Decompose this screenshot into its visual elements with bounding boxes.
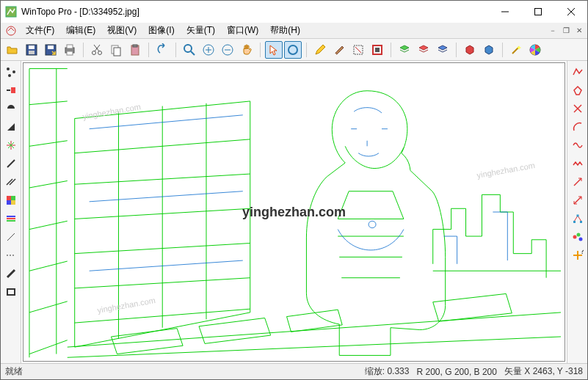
thick-line-button[interactable] bbox=[3, 266, 19, 282]
save-as-button[interactable] bbox=[42, 41, 59, 59]
toolbar-separator bbox=[502, 43, 503, 57]
svg-line-57 bbox=[7, 270, 15, 277]
svg-line-23 bbox=[191, 51, 195, 55]
canvas-drawing bbox=[23, 63, 565, 361]
cross-red-button[interactable] bbox=[570, 101, 586, 117]
palette-button[interactable] bbox=[3, 192, 19, 208]
half-circle-button[interactable] bbox=[3, 101, 19, 117]
copy-button[interactable] bbox=[107, 41, 125, 59]
arrow-cursor-button[interactable] bbox=[265, 41, 283, 59]
double-slash-button[interactable] bbox=[3, 174, 19, 190]
titlebar: WinTopo Pro - [D:\334952.jpg] bbox=[1, 1, 587, 23]
magic-wand-button[interactable] bbox=[507, 41, 525, 59]
svg-point-68 bbox=[576, 233, 580, 237]
zoom-out-button[interactable] bbox=[219, 41, 236, 59]
mdi-close-button[interactable]: ✕ bbox=[573, 25, 585, 37]
close-button[interactable] bbox=[554, 1, 587, 23]
svg-rect-2 bbox=[534, 9, 541, 15]
svg-rect-49 bbox=[11, 196, 15, 200]
circle-select-button[interactable] bbox=[284, 41, 302, 59]
pan-button[interactable] bbox=[238, 41, 255, 59]
status-vector: 矢量 X 2463, Y -318 bbox=[504, 365, 583, 378]
arrow-both-red-button[interactable] bbox=[570, 192, 586, 208]
pencil-button[interactable] bbox=[311, 41, 329, 59]
cube-red-button[interactable] bbox=[461, 41, 479, 59]
menu-edit[interactable]: 编辑(E) bbox=[60, 23, 101, 38]
zoom-in-button[interactable] bbox=[200, 41, 217, 59]
menu-help[interactable]: 帮助(H) bbox=[264, 23, 306, 38]
polyline-red-button[interactable] bbox=[570, 64, 586, 80]
maximize-button[interactable] bbox=[521, 1, 554, 23]
svg-point-59 bbox=[369, 221, 376, 227]
point-tool-button[interactable] bbox=[3, 64, 19, 80]
add-tool-button[interactable]: ? bbox=[570, 247, 586, 263]
spark-button[interactable] bbox=[3, 137, 19, 153]
undo-button[interactable] bbox=[153, 41, 171, 59]
svg-line-31 bbox=[355, 47, 361, 53]
doc-icon bbox=[5, 25, 17, 37]
toolbar-separator bbox=[175, 43, 176, 57]
arrow-up-red-button[interactable] bbox=[570, 174, 586, 190]
svg-rect-12 bbox=[67, 45, 73, 48]
zoom-button[interactable] bbox=[181, 41, 198, 59]
brush-button[interactable] bbox=[330, 41, 348, 59]
paste-button[interactable] bbox=[126, 41, 144, 59]
svg-point-14 bbox=[92, 51, 96, 54]
edge-red-button[interactable] bbox=[3, 82, 19, 98]
svg-rect-48 bbox=[7, 196, 11, 200]
layer-green-button[interactable] bbox=[396, 41, 413, 59]
erase-rect-button[interactable] bbox=[349, 41, 367, 59]
svg-point-37 bbox=[12, 70, 15, 73]
svg-point-67 bbox=[573, 235, 576, 239]
svg-rect-10 bbox=[48, 45, 54, 49]
canvas-viewport[interactable]: yinghezhan.com yinghezhan.com yinghezhan… bbox=[23, 62, 565, 362]
slash-button[interactable] bbox=[3, 156, 19, 172]
svg-rect-50 bbox=[7, 200, 11, 205]
layer-red-button[interactable] bbox=[415, 41, 432, 59]
wave-red-button[interactable] bbox=[570, 137, 586, 153]
menu-file[interactable]: 文件(F) bbox=[20, 23, 60, 38]
dotted-line-button[interactable] bbox=[3, 247, 19, 263]
shape-red-button[interactable] bbox=[570, 82, 586, 98]
color-wheel-button[interactable] bbox=[526, 41, 544, 59]
cube-blue-button[interactable] bbox=[480, 41, 498, 59]
svg-line-63 bbox=[574, 197, 581, 204]
menu-vector[interactable]: 矢量(T) bbox=[181, 23, 221, 38]
rect-outline-button[interactable] bbox=[3, 284, 19, 300]
rainbow-line-button[interactable] bbox=[3, 211, 19, 227]
open-button[interactable] bbox=[4, 41, 21, 59]
svg-rect-66 bbox=[576, 215, 578, 217]
print-button[interactable] bbox=[61, 41, 79, 59]
menu-window[interactable]: 窗口(W) bbox=[221, 23, 264, 38]
save-button[interactable] bbox=[23, 41, 40, 59]
status-rgb: R 200, G 200, B 200 bbox=[416, 367, 497, 377]
cut-button[interactable] bbox=[88, 41, 106, 59]
zigzag-red-button[interactable] bbox=[570, 156, 586, 172]
svg-line-55 bbox=[7, 233, 15, 241]
crop-button[interactable] bbox=[369, 41, 386, 59]
color-nodes-button[interactable] bbox=[570, 229, 586, 245]
layer-blue-button[interactable] bbox=[434, 41, 451, 59]
node-edit-button[interactable] bbox=[570, 211, 586, 227]
work-area: yinghezhan.com yinghezhan.com yinghezhan… bbox=[1, 61, 587, 363]
toolbar-separator bbox=[391, 43, 391, 57]
window-title: WinTopo Pro - [D:\334952.jpg] bbox=[21, 7, 488, 17]
menubar: 文件(F) 编辑(E) 视图(V) 图像(I) 矢量(T) 窗口(W) 帮助(H… bbox=[1, 23, 587, 39]
statusbar: 就绪 缩放: 0.333 R 200, G 200, B 200 矢量 X 24… bbox=[1, 363, 587, 379]
menu-image[interactable]: 图像(I) bbox=[142, 23, 180, 38]
menu-view[interactable]: 视图(V) bbox=[101, 23, 142, 38]
svg-point-69 bbox=[578, 238, 582, 241]
status-zoom: 缩放: 0.333 bbox=[365, 365, 410, 378]
svg-rect-58 bbox=[7, 289, 15, 295]
svg-line-46 bbox=[7, 179, 12, 185]
mdi-minimize-button[interactable]: － bbox=[547, 25, 559, 37]
status-ready: 就绪 bbox=[5, 365, 23, 378]
svg-line-17 bbox=[94, 45, 99, 51]
diag-thin-button[interactable] bbox=[3, 229, 19, 245]
mdi-restore-button[interactable]: ❐ bbox=[560, 25, 572, 37]
minimize-button[interactable] bbox=[488, 1, 521, 23]
toolbar-separator bbox=[83, 43, 84, 57]
svg-rect-13 bbox=[67, 51, 73, 55]
wedge-button[interactable] bbox=[3, 119, 19, 135]
arc-red-button[interactable] bbox=[570, 119, 586, 135]
